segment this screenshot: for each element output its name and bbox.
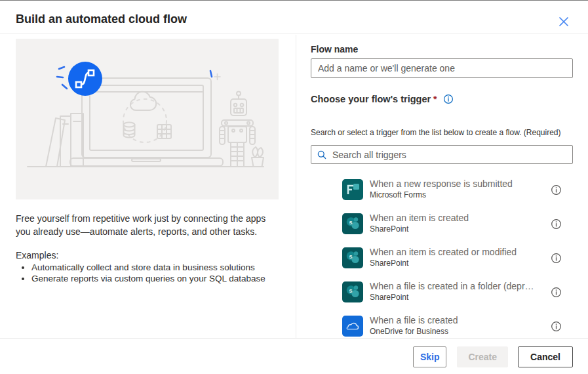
sharepoint-icon: s — [342, 213, 363, 234]
trigger-app-name: SharePoint — [370, 293, 534, 303]
forms-icon — [342, 179, 363, 200]
required-asterisk: * — [433, 94, 437, 104]
trigger-title: When an item is created — [370, 213, 469, 224]
trigger-title: When a new response is submitted — [370, 178, 513, 190]
info-icon[interactable] — [551, 287, 562, 298]
page-title: Build an automated cloud flow — [16, 12, 187, 26]
trigger-row[interactable]: When a file is created OneDrive for Busi… — [311, 309, 574, 338]
skip-button[interactable]: Skip — [413, 346, 447, 367]
footer-divider — [0, 338, 588, 339]
trigger-row[interactable]: s When an item is created or modified Sh… — [311, 241, 574, 275]
example-item: Automatically collect and store data in … — [31, 262, 279, 272]
sharepoint-icon: s — [342, 281, 363, 302]
flow-name-label: Flow name — [311, 44, 574, 54]
flow-name-input[interactable] — [311, 58, 573, 78]
examples-label: Examples: — [16, 250, 279, 260]
panel-divider — [296, 35, 296, 338]
info-icon[interactable] — [551, 253, 562, 264]
sharepoint-icon: s — [342, 247, 363, 268]
trigger-list: When a new response is submitted Microso… — [311, 173, 574, 338]
info-icon[interactable] — [551, 218, 562, 230]
onedrive-icon — [342, 316, 363, 337]
svg-text:s: s — [349, 253, 353, 260]
left-panel: Free yourself from repetitive work just … — [16, 39, 279, 283]
info-icon[interactable] — [551, 321, 562, 332]
example-item: Generate reports via custom queries on y… — [31, 274, 279, 283]
info-icon[interactable] — [443, 94, 454, 104]
cancel-button[interactable]: Cancel — [518, 346, 573, 367]
trigger-title: When an item is created or modified — [370, 247, 517, 259]
flow-badge-icon — [68, 62, 102, 96]
trigger-row[interactable]: s When a file is created in a folder (de… — [311, 275, 574, 309]
footer-actions: Skip Create Cancel — [413, 346, 573, 367]
examples-list: Automatically collect and store data in … — [16, 262, 279, 283]
trigger-title: When a file is created — [370, 315, 458, 327]
trigger-row[interactable]: s When an item is created SharePoint — [311, 207, 574, 241]
info-icon[interactable] — [551, 184, 562, 196]
create-button[interactable]: Create — [457, 346, 508, 367]
search-input[interactable] — [332, 150, 567, 160]
trigger-app-name: SharePoint — [370, 224, 469, 235]
description-text: Free yourself from repetitive work just … — [16, 213, 279, 239]
close-icon[interactable] — [557, 15, 570, 28]
header-divider — [0, 33, 588, 34]
trigger-app-name: OneDrive for Business — [370, 327, 458, 337]
trigger-title: When a file is created in a folder (depr… — [370, 281, 534, 293]
trigger-app-name: SharePoint — [370, 259, 517, 269]
trigger-section-label: Choose your flow's trigger — [311, 94, 431, 104]
search-hint-text: Search or select a trigger from the list… — [311, 128, 574, 137]
right-panel: Flow name Choose your flow's trigger * S… — [311, 39, 574, 338]
trigger-row[interactable]: When a new response is submitted Microso… — [311, 173, 574, 207]
trigger-app-name: Microsoft Forms — [370, 190, 513, 201]
trigger-search-box[interactable] — [311, 145, 573, 164]
svg-text:s: s — [349, 219, 353, 226]
search-icon — [317, 150, 327, 160]
svg-text:s: s — [349, 287, 353, 294]
automation-illustration — [16, 39, 279, 199]
